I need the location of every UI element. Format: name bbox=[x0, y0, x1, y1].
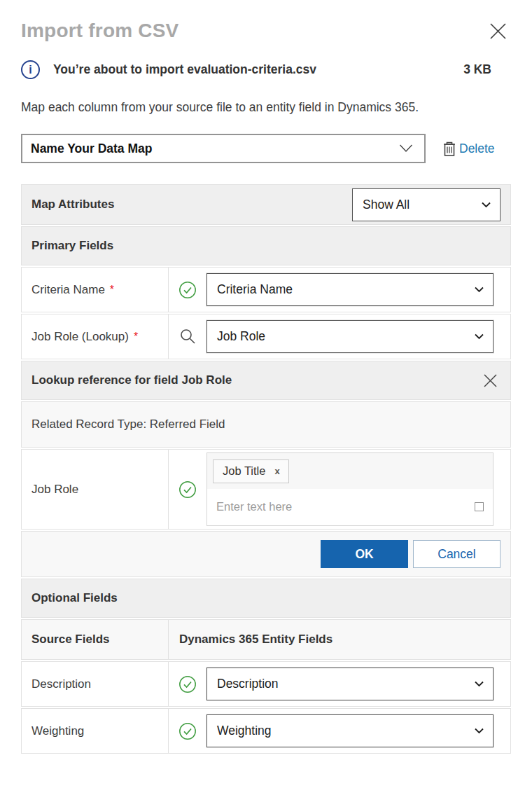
source-field-label-cell: Job Role bbox=[22, 450, 169, 529]
source-field-label-cell: Job Role (Lookup) * bbox=[22, 314, 169, 359]
map-attributes-label: Map Attributes bbox=[31, 198, 114, 212]
entity-field-cell: Description bbox=[206, 668, 510, 700]
tag-input-row[interactable]: Enter text here bbox=[207, 489, 493, 525]
field-label: Job Role (Lookup) bbox=[31, 330, 129, 344]
file-size-badge: 3 KB bbox=[463, 62, 491, 77]
field-label: Description bbox=[31, 677, 91, 691]
field-label: Weighting bbox=[31, 724, 84, 738]
optional-fields-label: Optional Fields bbox=[31, 591, 118, 605]
check-circle-icon bbox=[178, 481, 197, 499]
delete-map-button[interactable]: Delete bbox=[442, 141, 495, 157]
select-value: Criteria Name bbox=[217, 282, 293, 297]
chevron-down-icon bbox=[475, 333, 484, 340]
lookup-reference-header: Lookup reference for field Job Role bbox=[21, 361, 511, 400]
check-circle-icon bbox=[178, 675, 197, 693]
show-all-select[interactable]: Show All bbox=[352, 188, 500, 221]
info-icon: i bbox=[21, 60, 40, 79]
source-fields-column-header: Source Fields bbox=[22, 620, 169, 659]
required-asterisk: * bbox=[110, 284, 114, 296]
chevron-down-icon bbox=[475, 681, 484, 687]
optional-fields-header: Optional Fields bbox=[21, 579, 511, 618]
field-label: Criteria Name bbox=[31, 283, 105, 297]
map-attributes-row: Map Attributes Show All bbox=[21, 184, 511, 225]
intro-text: Map each column from your source file to… bbox=[21, 100, 511, 115]
check-circle-icon bbox=[178, 281, 197, 299]
select-value: Description bbox=[217, 677, 279, 691]
table-row-description: Description Description bbox=[21, 661, 511, 707]
table-row-job-role-lookup: Job Role (Lookup) * Job Role bbox=[21, 314, 511, 359]
delete-label: Delete bbox=[459, 141, 495, 156]
trash-icon bbox=[442, 141, 456, 157]
table-row-job-role-reference: Job Role Job Title x Enter text here bbox=[21, 449, 511, 530]
primary-fields-header: Primary Fields bbox=[21, 226, 511, 265]
table-row-weighting: Weighting Weighting bbox=[21, 708, 511, 754]
field-label: Job Role bbox=[31, 483, 78, 497]
entity-field-cell: Criteria Name bbox=[206, 273, 510, 306]
expand-checkbox[interactable] bbox=[475, 502, 484, 511]
select-value: Weighting bbox=[217, 724, 272, 738]
search-icon bbox=[179, 328, 197, 345]
selected-tags-area: Job Title x bbox=[207, 453, 493, 489]
mapping-table: Map Attributes Show All Primary Fields C… bbox=[21, 184, 511, 754]
entity-field-cell: Job Role bbox=[206, 320, 510, 353]
dialog-header: Import from CSV bbox=[21, 20, 511, 42]
close-icon bbox=[483, 373, 498, 388]
select-value: Job Role bbox=[217, 329, 265, 344]
criteria-name-select[interactable]: Criteria Name bbox=[206, 273, 493, 306]
cancel-button[interactable]: Cancel bbox=[413, 540, 500, 568]
related-record-type-row: Related Record Type: Referred Field bbox=[21, 401, 511, 448]
chevron-down-icon bbox=[475, 286, 484, 293]
source-field-label-cell: Criteria Name * bbox=[22, 268, 169, 312]
data-map-row: Name Your Data Map Delete bbox=[21, 134, 511, 163]
description-select[interactable]: Description bbox=[206, 668, 493, 700]
show-all-value: Show All bbox=[363, 198, 410, 212]
entity-fields-column-header: Dynamics 365 Entity Fields bbox=[169, 632, 332, 647]
entity-field-cell: Weighting bbox=[206, 714, 510, 747]
job-role-select[interactable]: Job Role bbox=[206, 320, 493, 353]
source-field-label-cell: Description bbox=[22, 662, 169, 706]
status-icon-cell bbox=[169, 328, 206, 345]
status-icon-cell bbox=[169, 675, 206, 693]
lookup-actions-row: OK Cancel bbox=[21, 531, 511, 577]
chevron-down-icon bbox=[482, 202, 491, 208]
status-icon-cell bbox=[169, 450, 206, 529]
table-row-criteria-name: Criteria Name * Criteria Name bbox=[21, 267, 511, 312]
chevron-down-icon bbox=[399, 144, 413, 153]
data-map-combobox[interactable]: Name Your Data Map bbox=[21, 134, 426, 163]
data-map-value: Name Your Data Map bbox=[31, 141, 152, 156]
close-icon bbox=[489, 22, 507, 40]
chip-remove-icon[interactable]: x bbox=[274, 466, 279, 476]
import-csv-dialog: Import from CSV i You’re about to import… bbox=[0, 0, 532, 754]
lookup-reference-title: Lookup reference for field Job Role bbox=[31, 373, 232, 387]
status-icon-cell bbox=[169, 722, 206, 740]
chip-label: Job Title bbox=[223, 464, 265, 478]
job-title-chip[interactable]: Job Title x bbox=[213, 459, 289, 483]
tag-input-placeholder: Enter text here bbox=[216, 500, 292, 513]
status-icon-cell bbox=[169, 281, 206, 299]
required-asterisk: * bbox=[134, 331, 138, 343]
page-title: Import from CSV bbox=[21, 20, 178, 42]
column-headers-row: Source Fields Dynamics 365 Entity Fields bbox=[21, 619, 511, 660]
lookup-close-button[interactable] bbox=[483, 373, 498, 388]
primary-fields-label: Primary Fields bbox=[31, 239, 113, 253]
dialog-close-button[interactable] bbox=[489, 22, 507, 40]
info-message: You’re about to import evaluation-criter… bbox=[53, 62, 463, 77]
check-circle-icon bbox=[178, 722, 197, 740]
referred-field-editor: Job Title x Enter text here bbox=[206, 452, 493, 526]
ok-button[interactable]: OK bbox=[321, 540, 408, 568]
weighting-select[interactable]: Weighting bbox=[206, 714, 493, 747]
related-record-text: Related Record Type: Referred Field bbox=[31, 417, 225, 431]
chevron-down-icon bbox=[475, 728, 484, 734]
info-banner: i You’re about to import evaluation-crit… bbox=[21, 60, 511, 79]
source-field-label-cell: Weighting bbox=[22, 709, 169, 753]
